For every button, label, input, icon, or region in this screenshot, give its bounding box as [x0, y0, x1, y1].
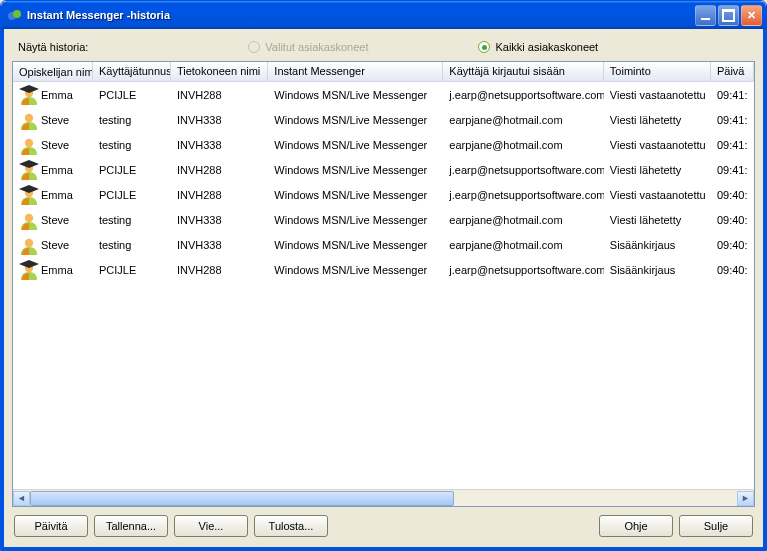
cell-student-name: Emma — [13, 260, 93, 280]
cell-login: j.earp@netsupportsoftware.com — [443, 264, 603, 276]
user-icon — [19, 110, 39, 130]
cell-time: 09:40: — [711, 264, 754, 276]
cell-login: earpjane@hotmail.com — [443, 214, 603, 226]
save-button[interactable]: Tallenna... — [94, 515, 168, 537]
cell-messenger: Windows MSN/Live Messenger — [268, 214, 443, 226]
cell-login: earpjane@hotmail.com — [443, 239, 603, 251]
close-dialog-button[interactable]: Sulje — [679, 515, 753, 537]
table-row[interactable]: StevetestingINVH338Windows MSN/Live Mess… — [13, 232, 754, 257]
cell-messenger: Windows MSN/Live Messenger — [268, 239, 443, 251]
column-computer-name[interactable]: Tietokoneen nimi — [171, 62, 268, 81]
help-button[interactable]: Ohje — [599, 515, 673, 537]
maximize-button[interactable] — [718, 5, 739, 26]
cell-student-name: Emma — [13, 85, 93, 105]
table-row[interactable]: EmmaPCIJLEINVH288Windows MSN/Live Messen… — [13, 257, 754, 282]
cell-messenger: Windows MSN/Live Messenger — [268, 114, 443, 126]
window: Instant Messenger -historia Näytä histor… — [0, 0, 767, 551]
export-button[interactable]: Vie... — [174, 515, 248, 537]
table-row[interactable]: EmmaPCIJLEINVH288Windows MSN/Live Messen… — [13, 157, 754, 182]
svg-point-6 — [25, 138, 33, 146]
cell-username: testing — [93, 214, 171, 226]
cell-computer: INVH288 — [171, 89, 268, 101]
svg-rect-17 — [28, 264, 30, 267]
close-button[interactable] — [741, 5, 762, 26]
cell-action: Viesti vastaanotettu — [604, 89, 711, 101]
svg-rect-4 — [28, 89, 30, 92]
grid-body: EmmaPCIJLEINVH288Windows MSN/Live Messen… — [13, 82, 754, 489]
cell-action: Sisäänkirjaus — [604, 264, 711, 276]
grid-header: Opiskelijan nimi Käyttäjätunnus Tietokon… — [13, 62, 754, 82]
cell-student-name: Emma — [13, 185, 93, 205]
svg-point-13 — [25, 213, 33, 221]
svg-point-1 — [13, 10, 21, 18]
column-username[interactable]: Käyttäjätunnus — [93, 62, 171, 81]
filter-label: Näytä historia: — [18, 41, 88, 53]
svg-rect-9 — [28, 164, 30, 167]
cell-time: 09:41: — [711, 164, 754, 176]
cell-username: testing — [93, 114, 171, 126]
user-icon — [19, 235, 39, 255]
cell-time: 09:41: — [711, 139, 754, 151]
horizontal-scrollbar[interactable]: ◄ ► — [13, 489, 754, 506]
table-row[interactable]: StevetestingINVH338Windows MSN/Live Mess… — [13, 132, 754, 157]
user-icon — [19, 135, 39, 155]
cell-student-name: Steve — [13, 210, 93, 230]
refresh-button[interactable]: Päivitä — [14, 515, 88, 537]
cell-student-name: Steve — [13, 235, 93, 255]
cell-action: Viesti vastaanotettu — [604, 189, 711, 201]
cell-student-name: Steve — [13, 110, 93, 130]
cell-student-name: Emma — [13, 160, 93, 180]
user-icon — [19, 185, 39, 205]
cell-login: j.earp@netsupportsoftware.com — [443, 164, 603, 176]
minimize-button[interactable] — [695, 5, 716, 26]
scroll-thumb[interactable] — [30, 491, 454, 506]
cell-login: earpjane@hotmail.com — [443, 139, 603, 151]
column-action[interactable]: Toiminto — [604, 62, 711, 81]
button-bar: Päivitä Tallenna... Vie... Tulosta... Oh… — [12, 507, 755, 539]
svg-rect-12 — [28, 189, 30, 192]
column-student-name[interactable]: Opiskelijan nimi — [13, 62, 93, 81]
messenger-icon — [7, 7, 23, 23]
table-row[interactable]: StevetestingINVH338Windows MSN/Live Mess… — [13, 207, 754, 232]
table-row[interactable]: StevetestingINVH338Windows MSN/Live Mess… — [13, 107, 754, 132]
table-row[interactable]: EmmaPCIJLEINVH288Windows MSN/Live Messen… — [13, 82, 754, 107]
filter-row: Näytä historia: Valitut asiakaskoneet Ka… — [12, 37, 755, 61]
cell-time: 09:41: — [711, 89, 754, 101]
cell-action: Viesti lähetetty — [604, 214, 711, 226]
user-icon — [19, 260, 39, 280]
cell-computer: INVH338 — [171, 139, 268, 151]
radio-selected-clients: Valitut asiakaskoneet — [248, 41, 368, 53]
scroll-left-button[interactable]: ◄ — [13, 491, 30, 506]
cell-time: 09:41: — [711, 114, 754, 126]
scroll-track[interactable] — [30, 491, 737, 506]
cell-computer: INVH338 — [171, 214, 268, 226]
print-button[interactable]: Tulosta... — [254, 515, 328, 537]
cell-login: earpjane@hotmail.com — [443, 114, 603, 126]
column-user-signed-in[interactable]: Käyttäjä kirjautui sisään — [443, 62, 603, 81]
cell-action: Viesti vastaanotettu — [604, 139, 711, 151]
svg-point-5 — [25, 113, 33, 121]
cell-computer: INVH338 — [171, 114, 268, 126]
cell-messenger: Windows MSN/Live Messenger — [268, 189, 443, 201]
cell-computer: INVH288 — [171, 189, 268, 201]
cell-messenger: Windows MSN/Live Messenger — [268, 164, 443, 176]
cell-username: PCIJLE — [93, 89, 171, 101]
titlebar[interactable]: Instant Messenger -historia — [1, 1, 766, 29]
cell-action: Sisäänkirjaus — [604, 239, 711, 251]
cell-computer: INVH288 — [171, 164, 268, 176]
scroll-right-button[interactable]: ► — [737, 491, 754, 506]
cell-action: Viesti lähetetty — [604, 164, 711, 176]
cell-action: Viesti lähetetty — [604, 114, 711, 126]
cell-username: PCIJLE — [93, 189, 171, 201]
column-im[interactable]: Instant Messenger — [268, 62, 443, 81]
column-date[interactable]: Päivä — [711, 62, 754, 81]
radio-all-clients[interactable]: Kaikki asiakaskoneet — [478, 41, 598, 53]
cell-login: j.earp@netsupportsoftware.com — [443, 89, 603, 101]
cell-messenger: Windows MSN/Live Messenger — [268, 264, 443, 276]
cell-messenger: Windows MSN/Live Messenger — [268, 89, 443, 101]
table-row[interactable]: EmmaPCIJLEINVH288Windows MSN/Live Messen… — [13, 182, 754, 207]
cell-computer: INVH338 — [171, 239, 268, 251]
svg-point-14 — [25, 238, 33, 246]
cell-time: 09:40: — [711, 189, 754, 201]
cell-username: PCIJLE — [93, 164, 171, 176]
